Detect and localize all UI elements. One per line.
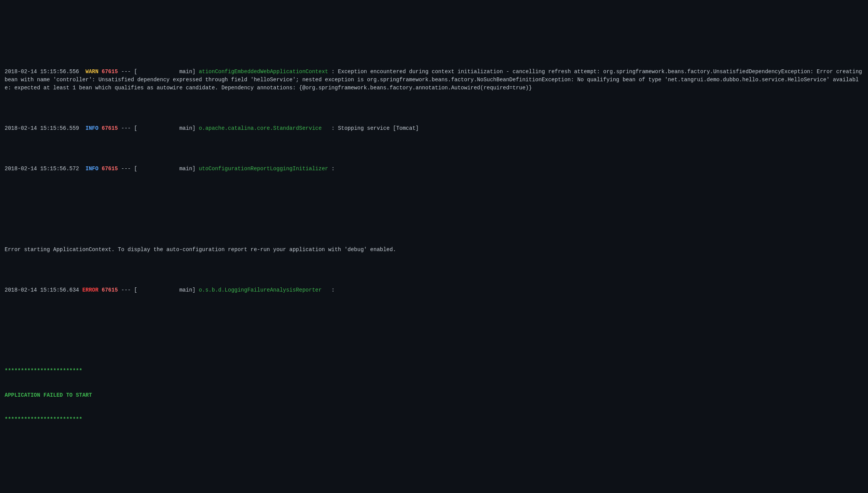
log-container: 2018-02-14 15:15:56.556 WARN 67615 --- […	[5, 35, 863, 493]
thread-id-1: 67615	[102, 69, 118, 75]
timestamp-6: 2018-02-14 15:15:56.634	[5, 287, 79, 293]
log-line-3: 2018-02-14 15:15:56.572 INFO 67615 --- […	[5, 165, 863, 173]
thread-id-2: 67615	[102, 125, 118, 131]
level-warn-1: WARN	[85, 69, 99, 75]
empty-line-1	[5, 205, 863, 213]
timestamp-3: 2018-02-14 15:15:56.572	[5, 166, 79, 172]
log-line-6: 2018-02-14 15:15:56.634 ERROR 67615 --- …	[5, 286, 863, 294]
empty-line-3	[5, 456, 863, 464]
stars-bottom: ************************	[5, 416, 863, 424]
timestamp-2: 2018-02-14 15:15:56.559	[5, 125, 79, 131]
empty-line-2	[5, 327, 863, 335]
thread-id-3: 67615	[102, 166, 118, 172]
logger-2: o.apache.catalina.core.StandardService	[199, 125, 328, 131]
message-2: Stopping service [Tomcat]	[338, 125, 419, 131]
logger-1: ationConfigEmbeddedWebApplicationContext	[199, 69, 328, 75]
message-1: Exception encountered during context ini…	[5, 69, 865, 91]
stars-top: ************************	[5, 367, 863, 375]
logger-6: o.s.b.d.LoggingFailureAnalysisReporter	[199, 287, 328, 293]
log-line-error-start: Error starting ApplicationContext. To di…	[5, 246, 863, 254]
log-line-1: 2018-02-14 15:15:56.556 WARN 67615 --- […	[5, 68, 863, 92]
timestamp-1: 2018-02-14 15:15:56.556	[5, 69, 79, 75]
level-error-6: ERROR	[82, 287, 99, 293]
log-line-2: 2018-02-14 15:15:56.559 INFO 67615 --- […	[5, 124, 863, 132]
logger-3: utoConfigurationReportLoggingInitializer	[199, 166, 328, 172]
level-info-2: INFO	[85, 125, 99, 131]
error-start-message: Error starting ApplicationContext. To di…	[5, 246, 396, 253]
app-failed-text: APPLICATION FAILED TO START	[5, 391, 863, 399]
thread-id-6: 67615	[102, 287, 118, 293]
level-info-3: INFO	[85, 166, 99, 172]
